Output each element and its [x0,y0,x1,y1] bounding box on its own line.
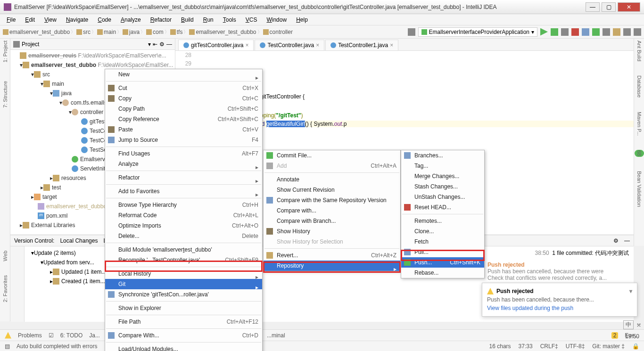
menu-item[interactable]: Optimize ImportsCtrl+Alt+O [105,220,262,231]
hide-icon[interactable]: — [624,237,630,244]
context-menu-git[interactable]: Commit File...AddCtrl+Alt+AAnnotateShow … [263,150,401,271]
menu-item[interactable]: Find UsagesAlt+F7 [105,148,262,159]
menu-tools[interactable]: Tools [219,16,240,24]
tab-bean-validation[interactable]: Bean Validation [636,171,642,207]
breadcrumb-item[interactable]: main [97,29,116,35]
menu-item[interactable]: Branches... [401,150,484,161]
menu-item[interactable]: Merge Changes... [401,171,484,181]
menu-item[interactable]: PasteCtrl+V [105,124,262,135]
search-icon[interactable] [634,28,641,36]
breadcrumb-item[interactable]: com [146,29,164,35]
vc-tab-local-changes[interactable]: Local Changes [60,237,98,244]
run-config-selector[interactable]: EmallserverInterfaceProviderApplication … [418,27,537,37]
maximize-button[interactable]: ▢ [602,2,616,12]
breadcrumb-item[interactable]: emallserver_test_dubbo [3,29,70,35]
menu-item[interactable]: Remotes... [401,216,484,226]
editor-tab[interactable]: gitTestController.java × [178,40,254,50]
menu-view[interactable]: View [41,16,60,24]
menu-item[interactable]: Reset HEAD... [401,202,484,212]
status-caret-pos[interactable]: 37:33 [519,343,533,350]
status-git-branch[interactable]: Git: master ‡ [592,343,625,350]
collapse-icon[interactable]: ⇤ [153,41,157,48]
menu-item[interactable]: Compare with Branch... [264,216,400,226]
menu-item[interactable]: Recompile '...TestController.java'Ctrl+S… [105,255,262,265]
tab-java[interactable]: Ja... [89,332,100,339]
chevron-down-icon[interactable]: ▾ [629,288,632,294]
tab-database[interactable]: Database [636,75,642,98]
editor-tab[interactable]: TestController.java × [255,40,324,50]
tree-node[interactable]: emallserver_reuis [28,52,76,59]
menu-item[interactable]: Compare with... [264,205,400,216]
close-icon[interactable]: × [245,42,248,49]
tab-terminal[interactable]: ...minal [267,332,285,339]
menu-item[interactable]: Analyze [105,159,262,169]
notif-link[interactable]: View files updated during the push [487,305,632,311]
menu-item[interactable]: Jump to SourceF4 [105,135,262,145]
menu-item[interactable]: Show in Explorer [105,303,262,313]
gear-icon[interactable]: ⚙ [159,41,165,48]
breadcrumb-item[interactable]: emallserver_test_dubbo [189,29,256,35]
tab-ant[interactable]: Ant Build [636,41,642,61]
editor-tab[interactable]: TestController1.java × [325,40,398,50]
gear-icon[interactable]: ⚙ [613,237,619,244]
menu-item[interactable]: Synchronize 'gitTestCon...roller.java' [105,289,262,300]
menu-item[interactable]: Push...Ctrl+Shift+K [401,257,484,268]
menu-edit[interactable]: Edit [21,16,39,24]
menu-item[interactable]: Pull... [401,247,484,257]
menu-item[interactable]: Show History [264,226,400,237]
tree-node[interactable]: java [61,90,72,97]
statusbar-icon[interactable]: ▤ [5,343,10,350]
revert-icon[interactable] [613,28,620,36]
breadcrumb-item[interactable]: src [76,29,91,35]
menu-item[interactable]: Revert...Ctrl+Alt+Z [264,250,400,261]
close-button[interactable]: ✕ [618,2,640,12]
close-icon[interactable]: × [316,42,319,49]
tab-todo[interactable]: 6: TODO [60,332,83,339]
menu-item[interactable]: Commit File... [264,150,400,161]
coverage-icon[interactable] [561,28,569,36]
menu-refactor[interactable]: Refactor [147,16,175,24]
vcs-update-icon[interactable] [582,28,589,36]
menu-item[interactable]: Browse Type HierarchyCtrl+H [105,200,262,210]
menu-analyze[interactable]: Analyze [117,16,145,24]
menu-item[interactable]: Compare With...Ctrl+D [105,330,262,341]
breadcrumb-item[interactable]: java [123,29,140,35]
menu-item[interactable]: Copy PathCtrl+Shift+C [105,104,262,114]
vcs-commit-icon[interactable] [592,28,600,36]
menu-item[interactable]: CutCtrl+X [105,83,262,93]
lock-icon[interactable]: 🔒 [632,343,639,350]
menu-vcs[interactable]: VCS [242,16,261,24]
tab-structure[interactable]: 7: Structure [2,81,8,108]
hide-icon[interactable]: — [166,41,172,48]
history-icon[interactable] [603,28,610,36]
tree-node[interactable]: emallserver_test_dubbo [31,62,96,68]
menu-item[interactable]: Fetch [401,237,484,247]
menu-item[interactable]: Delete...Delete [105,231,262,241]
menu-item[interactable]: Stash Changes... [401,181,484,192]
menu-item[interactable]: Reformat CodeCtrl+Alt+L [105,210,262,220]
tree-node[interactable]: resources [61,175,86,181]
menu-item[interactable]: File PathCtrl+Alt+F12 [105,317,262,327]
ime-indicator[interactable]: 中 [623,320,634,329]
menu-file[interactable]: File [3,16,19,24]
debug-icon[interactable] [551,28,558,36]
menu-item[interactable]: Build Module 'emallservertest_dubbo' [105,245,262,255]
tree-node[interactable]: emallserver_test_dubbo... [46,203,111,210]
menu-item[interactable]: Tag... [401,161,484,171]
tab-web[interactable]: Web [2,251,8,261]
menu-item[interactable]: UnStash Changes... [401,192,484,202]
menu-item[interactable]: Show Current Revision [264,185,400,195]
context-menu-repository[interactable]: Branches...Tag...Merge Changes...Stash C… [401,150,485,278]
menu-item[interactable]: Copy ReferenceCtrl+Alt+Shift+C [105,114,262,124]
menu-item[interactable]: Git [105,279,262,289]
tree-node[interactable]: pom.xml [46,212,67,219]
menu-build[interactable]: Build [177,16,198,24]
menu-item[interactable]: Repository [264,261,400,271]
stop-icon[interactable] [571,28,579,36]
menu-navigate[interactable]: Navigate [62,16,92,24]
menu-item[interactable]: Refactor [105,172,262,183]
tree-node[interactable]: test [52,184,61,191]
status-encoding[interactable]: UTF-8‡ [566,343,585,350]
menu-item[interactable]: New [105,69,262,80]
structure-icon[interactable] [623,28,631,36]
